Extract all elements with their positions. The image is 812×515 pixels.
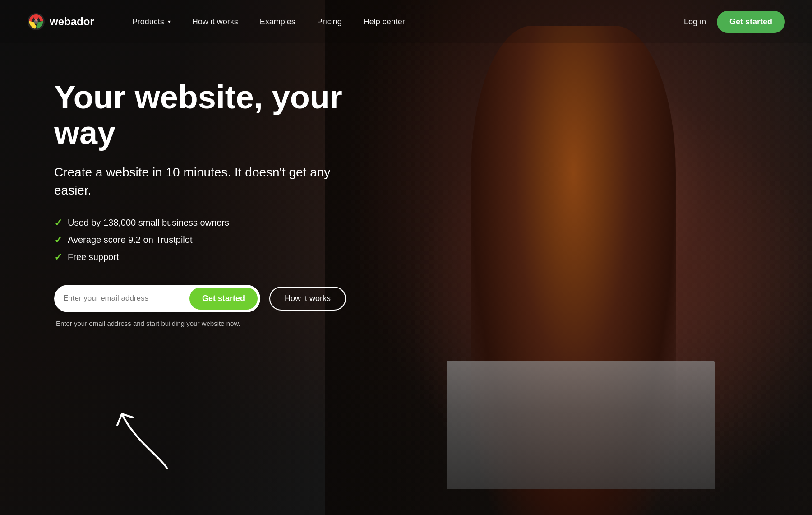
bullet-2: ✓ Average score 9.2 on Trustpilot [54,234,352,246]
nav-help-center[interactable]: Help center [353,12,416,32]
email-form: Get started [54,285,260,312]
svg-point-1 [34,19,38,24]
cta-hint: Enter your email address and start build… [56,320,352,327]
logo-link[interactable]: webador [27,13,94,31]
brand-name: webador [50,15,94,28]
chevron-down-icon: ▾ [168,19,171,25]
curved-arrow-icon [108,387,189,477]
hero-title: Your website, your way [54,79,352,151]
nav-products[interactable]: Products ▾ [121,12,181,32]
bullet-3: ✓ Free support [54,251,352,263]
hero-content: Your website, your way Create a website … [0,43,406,363]
how-it-works-button[interactable]: How it works [269,287,346,311]
hero-subtitle: Create a website in 10 minutes. It doesn… [54,163,352,199]
bullet-1: ✓ Used by 138,000 small business owners [54,217,352,229]
nav-right: Log in Get started [684,11,785,33]
check-icon-3: ✓ [54,251,62,263]
check-icon-2: ✓ [54,234,62,246]
cta-row: Get started How it works [54,285,352,312]
nav-examples[interactable]: Examples [249,12,306,32]
hero-bullets: ✓ Used by 138,000 small business owners … [54,217,352,263]
get-started-hero-button[interactable]: Get started [189,288,258,310]
navbar: webador Products ▾ How it works Examples… [0,0,812,43]
nav-pricing[interactable]: Pricing [306,12,353,32]
nav-links: Products ▾ How it works Examples Pricing… [121,12,684,32]
email-input[interactable] [63,294,189,303]
get-started-nav-button[interactable]: Get started [717,11,785,33]
arrow-container [108,387,189,479]
login-button[interactable]: Log in [684,17,706,27]
check-icon-1: ✓ [54,217,62,229]
logo-icon [27,13,45,31]
nav-how-it-works[interactable]: How it works [181,12,249,32]
